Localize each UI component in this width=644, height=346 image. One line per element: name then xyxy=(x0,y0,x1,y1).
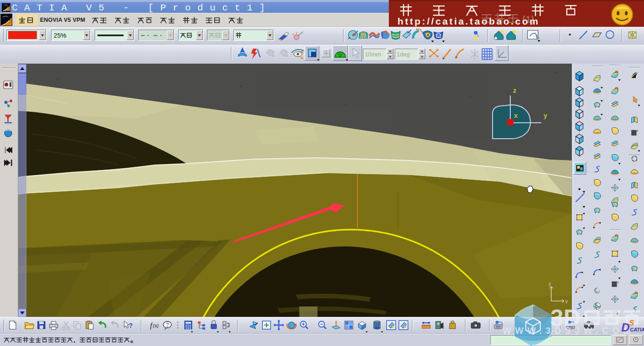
svg-text:ENOVIA V5 VPM: ENOVIA V5 VPM xyxy=(40,17,85,23)
svg-text:CATIA V5 - [Product1]: CATIA V5 - [Product1] xyxy=(12,3,272,13)
svg-text:x: x xyxy=(514,111,518,119)
svg-text:4: 4 xyxy=(617,281,619,284)
svg-text:10mm: 10mm xyxy=(365,51,381,58)
svg-text:CATIA: CATIA xyxy=(630,327,644,332)
svg-text:WWW.3DSJW.COM: WWW.3DSJW.COM xyxy=(503,326,634,336)
svg-text:?: ? xyxy=(129,322,133,329)
svg-text:=: = xyxy=(227,323,230,327)
svg-text:25%: 25% xyxy=(54,32,66,39)
svg-text:4: 4 xyxy=(637,130,638,132)
svg-text:?: ? xyxy=(166,322,169,327)
svg-text:y: y xyxy=(565,298,568,304)
svg-text:z: z xyxy=(548,281,551,286)
svg-text:y: y xyxy=(543,111,548,119)
svg-text:(1): (1) xyxy=(522,14,534,25)
svg-text:(x): (x) xyxy=(153,323,159,328)
svg-text:S: S xyxy=(629,319,634,327)
svg-text:z: z xyxy=(513,86,517,94)
svg-text:1deg: 1deg xyxy=(397,51,410,58)
svg-text:http://catia.taobao.com: http://catia.taobao.com xyxy=(397,16,540,26)
